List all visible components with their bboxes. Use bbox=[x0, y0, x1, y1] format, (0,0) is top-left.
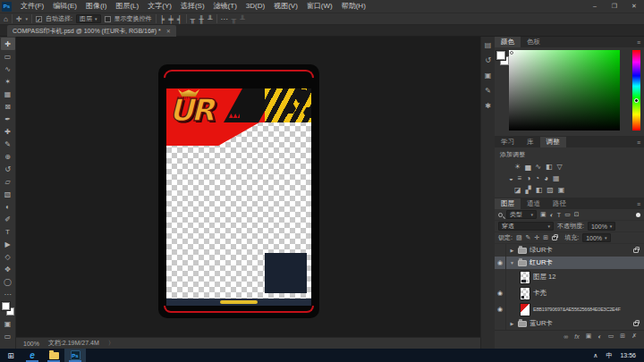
curves-icon[interactable]: ∿ bbox=[535, 163, 541, 171]
auto-select-checkbox[interactable]: ✓ bbox=[36, 16, 42, 22]
layer-name[interactable]: 蓝UR卡 bbox=[530, 319, 553, 328]
invert-icon[interactable]: ◪ bbox=[514, 186, 521, 194]
align-bottom-icon[interactable]: ╨ bbox=[208, 15, 213, 23]
color-lookup-icon[interactable]: ▦ bbox=[553, 174, 560, 182]
tool-eraser[interactable]: ▱ bbox=[1, 175, 15, 188]
tray-expand-icon[interactable]: ∧ bbox=[593, 352, 597, 359]
filter-pixel-layers-icon[interactable]: ▣ bbox=[540, 211, 547, 218]
tool-move[interactable]: ✛ bbox=[1, 38, 15, 50]
tool-type[interactable]: T bbox=[1, 225, 15, 238]
tool-path-select[interactable]: ▶ bbox=[1, 238, 15, 250]
taskbar-explorer-button[interactable] bbox=[43, 349, 64, 362]
hue-slider-marker[interactable] bbox=[634, 98, 639, 103]
tab-color[interactable]: 颜色 bbox=[495, 37, 521, 47]
saturation-brightness-field[interactable] bbox=[509, 50, 620, 130]
foreground-color-swatch[interactable] bbox=[2, 302, 10, 310]
layer-name[interactable]: E8B19790697&AE556256684E0E3C2E4F bbox=[533, 307, 621, 312]
new-layer-icon[interactable]: ⊞ bbox=[620, 333, 625, 340]
layer-filter-dropdown[interactable]: 类型 ▾ bbox=[506, 210, 537, 219]
align-left-icon[interactable]: ╞ bbox=[160, 15, 165, 23]
expand-arrow-icon[interactable]: ▶ bbox=[509, 248, 515, 253]
tool-history-brush[interactable]: ↺ bbox=[1, 163, 15, 175]
menu-view[interactable]: 视图(V) bbox=[269, 0, 302, 13]
tab-libraries[interactable]: 库 bbox=[521, 137, 540, 147]
menu-window[interactable]: 窗口(W) bbox=[302, 0, 337, 13]
tool-lasso[interactable]: ∿ bbox=[1, 63, 15, 75]
panel-menu-icon[interactable]: ≡ bbox=[633, 137, 644, 147]
menu-filter[interactable]: 滤镜(T) bbox=[209, 0, 242, 13]
tab-learn[interactable]: 学习 bbox=[495, 137, 521, 147]
menu-edit[interactable]: 编辑(E) bbox=[48, 0, 81, 13]
color-balance-icon[interactable]: ≡ bbox=[518, 174, 522, 182]
vibrance-icon[interactable]: ▽ bbox=[557, 163, 563, 171]
lock-image-icon[interactable]: ✎ bbox=[526, 234, 531, 241]
layer-name[interactable]: 图层 12 bbox=[533, 273, 555, 282]
fill-dropdown[interactable]: 100% ▾ bbox=[582, 233, 610, 242]
visibility-toggle[interactable] bbox=[495, 317, 506, 330]
card-artwork[interactable]: RARITY UR bbox=[158, 64, 319, 318]
photoshop-app-icon[interactable]: Ps bbox=[2, 2, 12, 12]
delete-layer-icon[interactable]: ✗ bbox=[631, 333, 637, 340]
layer-thumbnail[interactable] bbox=[520, 271, 530, 284]
filter-adjustment-layers-icon[interactable]: ◐ bbox=[550, 212, 554, 218]
close-button[interactable]: ✕ bbox=[624, 0, 644, 13]
clock[interactable]: 13:56 bbox=[620, 352, 636, 358]
foreground-background-swatches[interactable] bbox=[2, 302, 14, 316]
more-options-icon[interactable]: ⋯ bbox=[221, 15, 228, 23]
input-language-indicator[interactable]: 中 bbox=[606, 351, 612, 360]
tool-healing-brush[interactable]: ✚ bbox=[1, 125, 15, 138]
restore-button[interactable]: ❐ bbox=[605, 0, 624, 13]
layer-row-red-ur-group[interactable]: ◉ ▼ 红UR卡 bbox=[495, 257, 644, 269]
history-panel-icon[interactable]: ▤ bbox=[485, 41, 492, 49]
hue-slider[interactable] bbox=[632, 50, 640, 130]
opacity-dropdown[interactable]: 100% ▾ bbox=[588, 222, 615, 231]
layer-row-shell[interactable]: ◉ 卡壳 bbox=[495, 285, 644, 301]
tool-gradient[interactable]: ▧ bbox=[1, 188, 15, 200]
visibility-toggle[interactable] bbox=[495, 244, 506, 257]
filter-toggle-icon[interactable] bbox=[636, 213, 640, 217]
hue-saturation-icon[interactable]: ◒ bbox=[509, 174, 513, 182]
panel-menu-icon[interactable]: ≡ bbox=[633, 37, 644, 47]
color-picker-marker[interactable] bbox=[510, 51, 513, 55]
layer-name[interactable]: 卡壳 bbox=[533, 289, 547, 298]
visibility-toggle[interactable] bbox=[495, 269, 506, 285]
tool-quick-mask[interactable]: ▣ bbox=[1, 317, 15, 330]
new-group-icon[interactable]: ▭ bbox=[608, 333, 614, 340]
lock-position-icon[interactable]: ✛ bbox=[534, 234, 539, 241]
tool-eyedropper[interactable]: ✒ bbox=[1, 113, 15, 125]
tool-frame[interactable]: ⊠ bbox=[1, 100, 15, 113]
visibility-toggle[interactable]: ◉ bbox=[495, 257, 506, 269]
document-tab[interactable]: COMPASS印卡机.psd @ 100% (红UR卡, RGB/16#) * … bbox=[7, 25, 176, 37]
panel-menu-icon[interactable]: ≡ bbox=[633, 198, 644, 209]
layer-row-green-ur-group[interactable]: ▶ 绿UR卡 bbox=[495, 244, 644, 257]
photo-filter-icon[interactable]: ◔ bbox=[535, 174, 539, 182]
filter-smart-objects-icon[interactable]: ⊡ bbox=[574, 211, 580, 218]
brush-panel-icon[interactable]: ✎ bbox=[485, 87, 491, 95]
show-transform-checkbox[interactable] bbox=[105, 16, 111, 22]
link-layers-icon[interactable]: ∞ bbox=[564, 333, 568, 340]
info-panel-icon[interactable]: ✱ bbox=[485, 102, 491, 110]
menu-type[interactable]: 文字(Y) bbox=[143, 0, 176, 13]
threshold-icon[interactable]: ◧ bbox=[536, 186, 543, 194]
add-mask-icon[interactable]: ▣ bbox=[586, 333, 592, 340]
blend-mode-dropdown[interactable]: 穿透 ▾ bbox=[498, 222, 554, 231]
zoom-level-field[interactable]: 100% bbox=[23, 341, 39, 347]
properties-panel-icon[interactable]: ▣ bbox=[485, 72, 492, 80]
menu-image[interactable]: 图像(I) bbox=[81, 0, 112, 13]
align-center-icon[interactable]: ╪ bbox=[168, 15, 174, 23]
exposure-icon[interactable]: ◧ bbox=[546, 163, 553, 171]
layer-row-blue-ur-group[interactable]: ▶ 蓝UR卡 bbox=[495, 317, 644, 330]
tool-clone-stamp[interactable]: ⊕ bbox=[1, 150, 15, 163]
tool-hand[interactable]: ✥ bbox=[1, 263, 15, 275]
taskbar-edge-button[interactable]: e bbox=[21, 349, 43, 362]
posterize-icon[interactable]: ▞ bbox=[526, 186, 531, 194]
layer-row-hash[interactable]: ◉ E8B19790697&AE556256684E0E3C2E4F bbox=[495, 301, 644, 317]
filter-type-layers-icon[interactable]: T bbox=[557, 212, 561, 218]
start-button[interactable]: ⊞ bbox=[0, 349, 21, 362]
menu-3d[interactable]: 3D(D) bbox=[242, 0, 269, 13]
chevron-down-icon[interactable]: ▾ bbox=[26, 16, 29, 21]
layer-thumbnail[interactable] bbox=[520, 287, 530, 300]
expand-arrow-icon[interactable]: ▶ bbox=[509, 321, 515, 326]
tool-more[interactable]: ⋯ bbox=[1, 288, 15, 300]
lock-artboard-icon[interactable]: ⊞ bbox=[543, 234, 548, 241]
